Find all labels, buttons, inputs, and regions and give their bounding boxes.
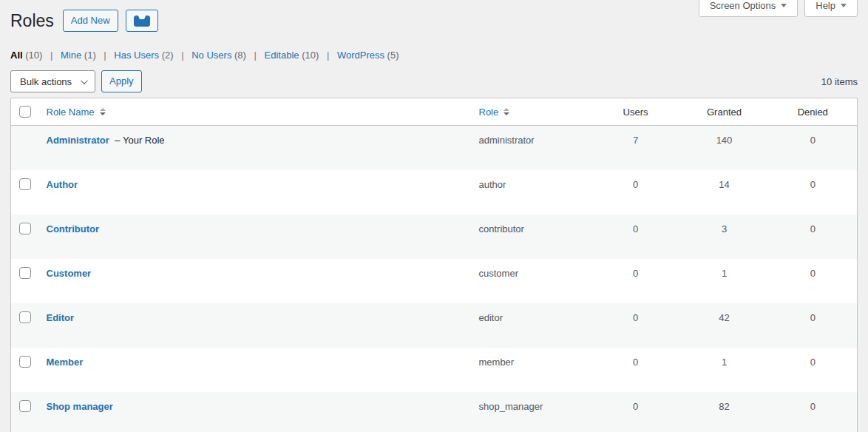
filter-count: (8): [234, 50, 246, 61]
filter-item: All (10): [10, 50, 58, 61]
role-name-link[interactable]: Author: [47, 179, 78, 190]
filter-count: (5): [387, 50, 399, 61]
import-roles-button[interactable]: [126, 10, 158, 32]
filter-link[interactable]: WordPress: [337, 50, 384, 61]
users-column-header: Users: [591, 98, 680, 126]
granted-column-header: Granted: [680, 98, 769, 126]
denied-count: 0: [769, 392, 858, 432]
sort-by-role[interactable]: Role: [479, 107, 510, 118]
row-checkbox[interactable]: [19, 178, 31, 190]
role-slug: customer: [472, 259, 591, 303]
row-checkbox[interactable]: [19, 356, 31, 368]
chevron-down-icon: [81, 77, 88, 84]
denied-count: 0: [769, 126, 858, 170]
chevron-down-icon: [841, 4, 847, 7]
filter-link[interactable]: Mine: [61, 50, 81, 61]
filter-count: (1): [84, 50, 96, 61]
select-all-checkbox[interactable]: [19, 106, 31, 118]
granted-count: 14: [680, 170, 769, 215]
users-count: 0: [591, 259, 680, 303]
role-slug: administrator: [472, 126, 591, 170]
granted-count: 1: [680, 348, 769, 392]
table-header: Role Name Role Users Granted Denied: [11, 98, 858, 126]
help-button[interactable]: Help: [804, 0, 858, 17]
screen-options-button[interactable]: Screen Options: [699, 0, 799, 17]
filter-links: All (10) Mine (1) Has Users (2) No Users…: [10, 50, 858, 61]
table-row: Shop manager shop_manager 0 82 0: [11, 392, 858, 432]
role-slug: editor: [472, 303, 591, 348]
role-name-link[interactable]: Member: [47, 357, 84, 368]
row-checkbox[interactable]: [19, 400, 31, 412]
table-row: Contributor contributor 0 3 0: [11, 215, 858, 259]
users-count: 0: [591, 303, 680, 348]
role-slug: author: [472, 170, 591, 215]
filter-item: WordPress (5): [337, 50, 399, 61]
bulk-actions-select[interactable]: Bulk actions: [10, 70, 95, 92]
granted-count: 82: [680, 392, 769, 432]
denied-count: 0: [769, 259, 858, 303]
granted-count: 140: [680, 126, 769, 170]
bulk-actions-selected-value: Bulk actions: [20, 76, 72, 87]
users-count: 7: [591, 126, 680, 170]
granted-count: 42: [680, 303, 769, 348]
denied-count: 0: [769, 303, 858, 348]
denied-count: 0: [769, 170, 858, 215]
roles-admin-page: Roles Add New All (10) Mine (1) Has User…: [0, 0, 868, 432]
granted-count: 1: [680, 259, 769, 303]
users-count: 0: [591, 215, 680, 259]
sort-arrows-icon: [503, 108, 509, 115]
denied-count: 0: [769, 348, 858, 392]
add-new-button[interactable]: Add New: [63, 10, 118, 32]
role-column-header: Role: [479, 107, 499, 118]
filter-link[interactable]: Editable: [265, 50, 299, 61]
table-row: Editor editor 0 42 0: [11, 303, 858, 348]
filter-count: (10): [25, 50, 42, 61]
filter-item: Mine (1): [61, 50, 112, 61]
table-toolbar: Bulk actions Apply 10 items: [10, 70, 858, 92]
denied-count: 0: [769, 215, 858, 259]
inbox-tray-icon: [134, 16, 150, 27]
filter-count: (2): [162, 50, 174, 61]
filter-link-current[interactable]: All: [10, 50, 23, 61]
role-name-link[interactable]: Administrator: [47, 135, 109, 146]
table-body: Administrator – Your Role administrator …: [11, 126, 858, 432]
role-name-link[interactable]: Customer: [47, 268, 92, 279]
table-row: Customer customer 0 1 0: [11, 259, 858, 303]
role-slug: member: [472, 348, 591, 392]
users-count: 0: [591, 392, 680, 432]
page-title: Roles: [10, 10, 54, 32]
role-name-link[interactable]: Editor: [47, 312, 75, 323]
filter-item: No Users (8): [191, 50, 262, 61]
roles-table: Role Name Role Users Granted Denied: [10, 98, 858, 432]
screen-options-label: Screen Options: [710, 0, 776, 11]
row-checkbox[interactable]: [19, 311, 31, 323]
items-count: 10 items: [821, 76, 858, 87]
chevron-down-icon: [781, 4, 787, 7]
help-label: Help: [816, 0, 835, 11]
role-name-link[interactable]: Contributor: [47, 223, 99, 234]
users-count: 0: [591, 170, 680, 215]
row-checkbox[interactable]: [19, 267, 31, 279]
role-name-suffix: – Your Role: [115, 135, 164, 146]
role-name-link[interactable]: Shop manager: [47, 401, 113, 412]
denied-column-header: Denied: [769, 98, 858, 126]
filter-count: (10): [302, 50, 319, 61]
filter-item: Has Users (2): [114, 50, 189, 61]
table-row: Author author 0 14 0: [11, 170, 858, 215]
filter-link[interactable]: Has Users: [114, 50, 159, 61]
filter-link[interactable]: No Users: [191, 50, 231, 61]
screen-meta-links: Screen Options Help: [699, 0, 858, 17]
sort-arrows-icon: [100, 108, 106, 115]
row-checkbox[interactable]: [19, 223, 31, 234]
table-row: Administrator – Your Role administrator …: [11, 126, 858, 170]
role-slug: shop_manager: [472, 392, 591, 432]
filter-item: Editable (10): [265, 50, 335, 61]
granted-count: 3: [680, 215, 769, 259]
sort-by-role-name[interactable]: Role Name: [47, 107, 106, 118]
role-slug: contributor: [472, 215, 591, 259]
table-row: Member member 0 1 0: [11, 348, 858, 392]
apply-button[interactable]: Apply: [101, 70, 142, 92]
users-count: 0: [591, 348, 680, 392]
role-name-column-header: Role Name: [47, 107, 95, 118]
